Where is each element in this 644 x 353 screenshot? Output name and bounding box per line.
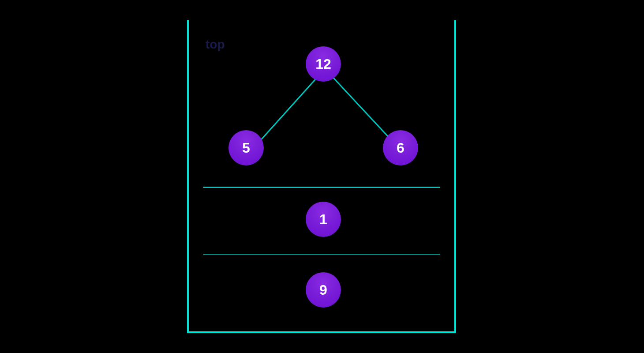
stack-cell-bottom: 9 — [189, 254, 454, 331]
stack-node-middle: 1 — [306, 202, 341, 237]
tree-node-right: 6 — [383, 130, 418, 165]
stack-cell-top: 12 5 6 — [189, 20, 454, 187]
stack-container: top 12 5 6 1 9 — [187, 20, 456, 333]
tree-node-left: 5 — [228, 130, 264, 165]
stack-node-bottom: 9 — [306, 272, 341, 308]
tree-node-root: 12 — [306, 46, 341, 82]
stack-cell-middle: 1 — [189, 187, 454, 254]
